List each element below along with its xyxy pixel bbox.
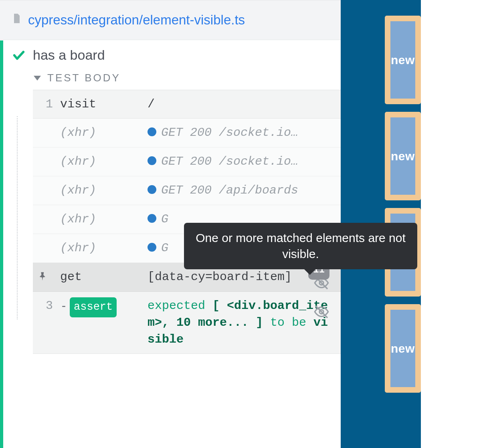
checkmark-icon (12, 48, 26, 62)
test-body-label: TEST BODY (47, 72, 121, 84)
command-message: GET 200 /api/boards (161, 184, 298, 197)
pin-icon (37, 271, 49, 283)
command-message: G (161, 241, 168, 255)
command-log-panel: cypress/integration/element-visible.ts h… (0, 0, 341, 448)
command-number: 3 (33, 297, 53, 314)
file-icon (11, 13, 22, 27)
command-row-xhr[interactable]: (xhr) GET 200 /api/boards (33, 176, 341, 205)
caret-down-icon (34, 76, 41, 81)
command-name: (xhr) (60, 241, 96, 255)
command-row-xhr[interactable]: (xhr) GET 200 /socket.io… (33, 119, 341, 147)
command-name: get (53, 268, 145, 285)
spec-file-header[interactable]: cypress/integration/element-visible.ts (0, 0, 341, 40)
eye-off-icon[interactable] (313, 304, 329, 317)
status-dot-icon (148, 127, 156, 136)
command-name: (xhr) (60, 126, 96, 139)
command-log-list: 1 visit / (xhr) GET 200 /socket.io… (xhr… (33, 90, 341, 354)
command-name: (xhr) (60, 155, 96, 168)
command-row-assert[interactable]: 3 -assert expected [ <div.board_item>, 1… (33, 292, 341, 354)
board-card[interactable]: new (385, 112, 421, 200)
command-row-xhr[interactable]: (xhr) GET 200 /socket.io… (33, 147, 341, 176)
board-card[interactable]: new (385, 304, 421, 393)
assert-message: expected [ <div.board_item>, 10 more... … (145, 297, 335, 348)
status-dot-icon (148, 156, 156, 165)
test-body-toggle[interactable]: TEST BODY (0, 72, 341, 84)
spec-file-path[interactable]: cypress/integration/element-visible.ts (28, 12, 245, 28)
command-message: G (161, 212, 168, 226)
visibility-tooltip: One or more matched elements are not vis… (184, 223, 417, 269)
command-message: GET 200 /socket.io… (161, 155, 298, 168)
status-dot-icon (148, 243, 156, 252)
command-message: GET 200 /socket.io… (161, 126, 298, 139)
command-name: (xhr) (60, 184, 96, 197)
assert-dash: - (60, 299, 67, 313)
command-name: visit (53, 96, 145, 113)
command-message: / (145, 96, 335, 113)
test-header[interactable]: has a board (0, 40, 341, 72)
status-dot-icon (148, 185, 156, 194)
board-card[interactable]: new (385, 16, 421, 104)
assert-badge: assert (70, 297, 117, 317)
command-number: 1 (33, 96, 53, 113)
command-name: (xhr) (60, 212, 96, 226)
test-title: has a board (33, 47, 105, 63)
command-row-visit[interactable]: 1 visit / (33, 90, 341, 119)
timeline-rail (17, 116, 18, 319)
status-dot-icon (148, 214, 156, 223)
